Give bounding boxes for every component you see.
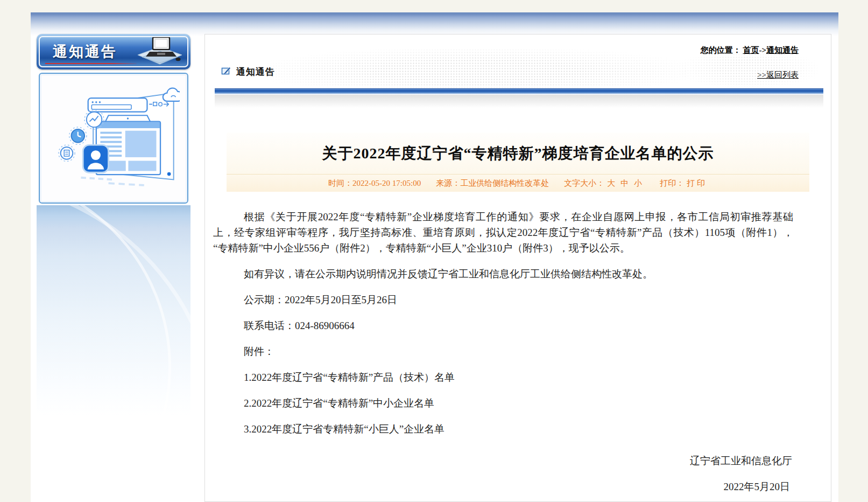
attachment-item: 1.2022年度辽宁省“专精特新”产品（技术）名单 bbox=[213, 369, 793, 385]
world-map-dots bbox=[679, 51, 818, 88]
section-title: 通知通告 bbox=[236, 66, 275, 78]
signature-org: 辽宁省工业和信息化厅 bbox=[213, 453, 793, 469]
top-gradient-bar bbox=[31, 12, 838, 36]
laptop-icon bbox=[137, 36, 183, 67]
breadcrumb-label: 您的位置： bbox=[701, 46, 741, 54]
world-map-dots bbox=[267, 48, 687, 94]
breadcrumb: 您的位置： 首页->通知通告 bbox=[701, 45, 799, 55]
article-title-band: 关于2022年度辽宁省“专精特新”梯度培育企业名单的公示 bbox=[227, 133, 809, 174]
breadcrumb-home-link[interactable]: 首页 bbox=[743, 46, 759, 54]
meta-print: 打印：打 印 bbox=[660, 178, 708, 189]
website-illustration bbox=[47, 79, 180, 198]
divider-shadow bbox=[215, 95, 823, 108]
main-panel: 您的位置： 首页->通知通告 通知通告 >>返回列表 关于2022年度辽宁省“专… bbox=[204, 34, 831, 502]
section-header: 通知通告 bbox=[221, 66, 275, 78]
edit-icon bbox=[221, 66, 231, 78]
time-label: 时间： bbox=[328, 179, 352, 187]
breadcrumb-current-link[interactable]: 通知通告 bbox=[766, 46, 799, 54]
paragraph: 公示期：2022年5月20日至5月26日 bbox=[213, 292, 793, 308]
meta-font-size: 文字大小：大中小 bbox=[564, 178, 645, 189]
page: { "sidebar": { "header_title": "通知通告" },… bbox=[0, 0, 868, 502]
attachment-item: 3.2022年度辽宁省专精特新“小巨人”企业名单 bbox=[213, 421, 793, 437]
sidebar-illustration-box bbox=[39, 73, 188, 204]
paragraph: 根据《关于开展2022年度“专精特新”企业梯度培育工作的通知》要求，在企业自愿网… bbox=[213, 209, 793, 256]
red-underline bbox=[45, 63, 137, 64]
meta-source: 来源：工业供给侧结构性改革处 bbox=[436, 178, 549, 189]
attachment-item: 2.2022年度辽宁省“专精特新”中小企业名单 bbox=[213, 395, 793, 411]
sidebar: 通知通告 bbox=[37, 34, 190, 416]
article-title: 关于2022年度辽宁省“专精特新”梯度培育企业名单的公示 bbox=[322, 143, 714, 164]
sidebar-header-label: 通知通告 bbox=[53, 42, 137, 61]
font-size-medium[interactable]: 中 bbox=[620, 179, 629, 187]
attachments-label: 附件： bbox=[213, 344, 793, 359]
back-to-list-link[interactable]: >>返回列表 bbox=[757, 70, 799, 80]
section-divider-bar bbox=[215, 88, 823, 94]
content-wrapper: 通知通告 bbox=[31, 12, 838, 502]
sidebar-gradient-panel bbox=[37, 205, 190, 416]
sidebar-header-notice[interactable]: 通知通告 bbox=[37, 34, 190, 69]
time-value: 2022-05-20 17:05:00 bbox=[352, 179, 421, 187]
sidebar-header-inner: 通知通告 bbox=[39, 36, 188, 67]
print-button[interactable]: 打 印 bbox=[687, 179, 705, 187]
source-value: 工业供给侧结构性改革处 bbox=[460, 179, 549, 187]
print-label: 打印： bbox=[660, 179, 684, 187]
signature-date: 2022年5月20日 bbox=[213, 479, 793, 494]
paragraph: 联系电话：024-86906664 bbox=[213, 318, 793, 333]
source-label: 来源： bbox=[436, 179, 460, 187]
font-size-large[interactable]: 大 bbox=[607, 179, 615, 187]
font-size-small[interactable]: 小 bbox=[634, 179, 642, 187]
decorative-arc bbox=[37, 205, 190, 416]
breadcrumb-separator: -> bbox=[759, 46, 766, 54]
article-meta-bar: 时间：2022-05-20 17:05:00 来源：工业供给侧结构性改革处 文字… bbox=[227, 174, 809, 192]
meta-time: 时间：2022-05-20 17:05:00 bbox=[328, 178, 421, 189]
paragraph: 如有异议，请在公示期内说明情况并反馈辽宁省工业和信息化厅工业供给侧结构性改革处。 bbox=[213, 266, 793, 282]
font-size-label: 文字大小： bbox=[564, 179, 604, 187]
article-body: 根据《关于开展2022年度“专精特新”企业梯度培育工作的通知》要求，在企业自愿网… bbox=[213, 196, 793, 494]
